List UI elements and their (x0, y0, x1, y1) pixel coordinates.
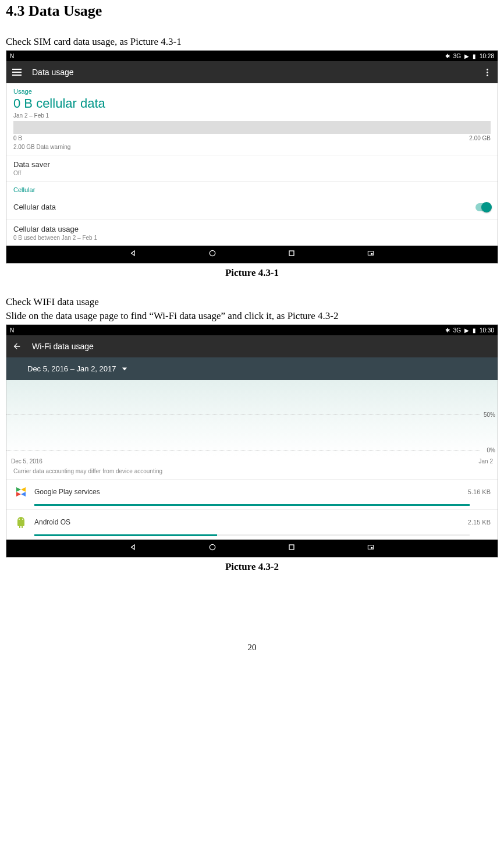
google-play-services-icon (13, 484, 29, 499)
usage-bar-labels: 0 B 2.00 GB (13, 135, 491, 141)
usage-amount: 0 B cellular data (13, 96, 491, 111)
network-type: 3G (453, 53, 461, 59)
cellular-data-toggle[interactable] (475, 203, 491, 211)
cellular-section-label: Cellular (6, 182, 498, 194)
svg-rect-9 (371, 547, 372, 549)
cellular-data-row[interactable]: Cellular data (6, 194, 498, 220)
usage-range: Jan 2 – Feb 1 (13, 112, 491, 119)
app-size: 5.16 KB (468, 488, 491, 495)
chart-x-labels: Dec 5, 2016 Jan 2 (6, 456, 498, 466)
nav-recent-icon[interactable] (287, 249, 296, 260)
status-bar: N ✱ 3G ▶ ▮ 10:30 (6, 325, 498, 335)
app-name: Android OS (34, 518, 462, 526)
nav-home-icon[interactable] (208, 543, 217, 554)
caption-2: Picture 4.3-2 (6, 561, 498, 573)
app-size: 2.15 KB (468, 519, 491, 526)
usage-chart: 50% 0% (6, 380, 498, 456)
nav-back-icon[interactable] (129, 249, 138, 260)
hamburger-icon[interactable] (12, 69, 22, 76)
app-usage-bar (34, 534, 470, 536)
svg-rect-7 (289, 545, 294, 549)
battery-icon: ▮ (473, 53, 476, 59)
section-title: 4.3 Data Usage (6, 2, 498, 20)
app-usage-bar (34, 504, 470, 506)
nav-back-icon[interactable] (129, 543, 138, 554)
intro-text-1: Check SIM card data usage, as Picture 4.… (6, 36, 498, 48)
svg-point-4 (19, 519, 20, 520)
data-saver-title: Data saver (13, 160, 491, 169)
app-usage-item[interactable]: Google Play services 5.16 KB (6, 480, 498, 506)
cdu-sub: 0 B used between Jan 2 – Feb 1 (13, 235, 491, 241)
cellular-data-label: Cellular data (13, 203, 56, 211)
bluetooth-icon: ✱ (445, 53, 450, 59)
svg-point-0 (210, 250, 215, 256)
date-range-dropdown[interactable]: Dec 5, 2016 – Jan 2, 2017 (6, 357, 498, 380)
svg-rect-1 (289, 251, 294, 256)
chart-note: Carrier data accounting may differ from … (6, 466, 498, 480)
clock: 10:28 (480, 53, 494, 59)
android-os-icon (13, 515, 29, 530)
svg-point-5 (22, 519, 23, 520)
nav-recent-icon[interactable] (287, 543, 296, 554)
status-bar: N ✱ 3G ▶ ▮ 10:28 (6, 51, 498, 61)
intro-text-2b: Slide on the data usage page to find “Wi… (6, 310, 498, 322)
data-saver-value: Off (13, 170, 491, 176)
clock: 10:30 (480, 327, 494, 334)
signal-icon: ▶ (464, 53, 469, 59)
app-usage-item[interactable]: Android OS 2.15 KB (6, 510, 498, 536)
cellular-label: Cellular (13, 186, 491, 193)
y-tick-50: 50% (484, 411, 495, 417)
x-end: Jan 2 (479, 458, 493, 465)
status-left-icon: N (10, 53, 14, 59)
signal-icon: ▶ (464, 327, 469, 334)
caption-1: Picture 4.3-1 (6, 267, 498, 279)
bar-max: 2.00 GB (469, 135, 491, 141)
app-bar: Wi-Fi data usage (6, 335, 498, 357)
cdu-title: Cellular data usage (13, 225, 491, 233)
svg-rect-3 (371, 253, 372, 255)
dropdown-caret-icon (122, 367, 127, 371)
back-arrow-icon[interactable] (12, 342, 22, 351)
usage-bar (13, 121, 491, 134)
y-tick-0: 0% (487, 446, 495, 453)
status-left-icon: N (10, 327, 14, 334)
overflow-menu-icon[interactable] (482, 69, 492, 76)
bluetooth-icon: ✱ (445, 327, 450, 334)
nav-extra-icon[interactable] (366, 249, 375, 260)
data-warning: 2.00 GB Data warning (13, 144, 491, 150)
intro-text-2a: Check WIFI data usage (6, 296, 498, 308)
usage-section[interactable]: Usage 0 B cellular data Jan 2 – Feb 1 0 … (6, 83, 498, 155)
battery-icon: ▮ (473, 327, 476, 334)
data-saver-row[interactable]: Data saver Off (6, 155, 498, 182)
app-name: Google Play services (34, 488, 462, 496)
app-bar-title: Data usage (32, 68, 472, 77)
screenshot-wifi-usage: N ✱ 3G ▶ ▮ 10:30 Wi-Fi data usage Dec 5,… (6, 324, 498, 558)
app-bar-title: Wi-Fi data usage (32, 342, 94, 351)
network-type: 3G (453, 327, 461, 334)
app-bar: Data usage (6, 61, 498, 83)
usage-label: Usage (13, 88, 491, 95)
date-range-label: Dec 5, 2016 – Jan 2, 2017 (27, 364, 116, 373)
svg-point-6 (210, 544, 215, 549)
nav-extra-icon[interactable] (366, 543, 375, 554)
nav-home-icon[interactable] (208, 249, 217, 260)
bar-min: 0 B (13, 135, 22, 141)
system-nav-bar (6, 540, 498, 557)
screenshot-data-usage: N ✱ 3G ▶ ▮ 10:28 Data usage Usage 0 B ce… (6, 50, 498, 264)
page-number: 20 (6, 643, 498, 653)
x-start: Dec 5, 2016 (11, 458, 42, 465)
cellular-data-usage-row[interactable]: Cellular data usage 0 B used between Jan… (6, 220, 498, 246)
system-nav-bar (6, 246, 498, 263)
